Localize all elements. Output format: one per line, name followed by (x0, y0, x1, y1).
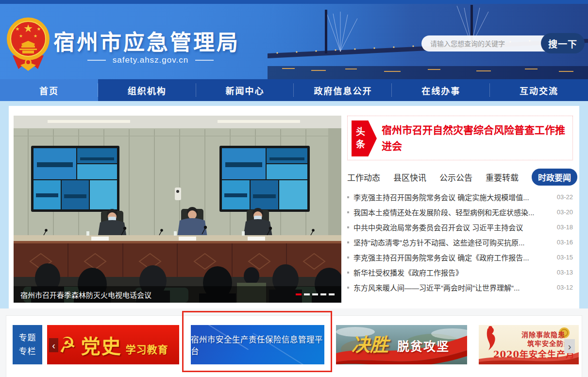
banner-insurance-platform[interactable]: 宿州市安全生产责任保险信息管理平台 (191, 325, 324, 364)
hammer-sickle-icon: ☭ (56, 331, 78, 358)
news-date: 03-18 (551, 223, 573, 231)
news-list-item[interactable]: 新华社受权播发《政府工作报告》 03-13 (347, 265, 573, 280)
tab-public-notice[interactable]: 公示公告 (439, 171, 472, 183)
banner-poverty-sub: 脱贫攻坚 (397, 337, 450, 354)
national-emblem-icon: ★ ★ ★ ★ ★ (6, 15, 50, 72)
carousel-photo-meeting (14, 116, 341, 303)
tab-current-politics-active[interactable]: 时政要闻 (532, 169, 577, 186)
headline-badge: 头条 (352, 120, 377, 156)
bullet-icon (347, 287, 349, 289)
top-strip (0, 0, 588, 4)
site-header: ★ ★ ★ ★ ★ 宿州市应急管理局 safety.ahsz.gov.cn 搜一… (0, 4, 588, 79)
news-title[interactable]: 李克强主持召开国务院常务会议 确定《政府工作报告... (353, 252, 551, 262)
nav-item-gov-info[interactable]: 政府信息公开 (294, 79, 392, 101)
banner-safety-line3: 2020年安全生产月 (493, 347, 575, 360)
news-date: 03-16 (551, 239, 573, 246)
carousel-dot[interactable] (304, 293, 310, 295)
search-input[interactable] (421, 35, 554, 51)
nav-item-interaction[interactable]: 互动交流 (490, 79, 588, 101)
banner-party-sub: 学习教育 (126, 342, 168, 356)
news-date: 03-13 (551, 269, 573, 276)
tab-county-news[interactable]: 县区快讯 (393, 171, 426, 183)
carousel-dot[interactable] (329, 293, 335, 295)
news-list-item[interactable]: 李克强主持召开国务院常务会议 确定实施大规模增值... 03-22 (347, 189, 573, 205)
banner-safety-line1: 消除事故隐患 (521, 329, 565, 339)
site-url: safety.ahsz.gov.cn (113, 55, 188, 65)
banner-party-history[interactable]: ☭ 党史 学习教育 (47, 325, 179, 364)
search-bar: 搜一下 (421, 33, 585, 53)
bottom-background: 专题 专栏 ‹ ☭ 党史 学习教育 宿州市安全生产责任保险信息管理平台 (0, 308, 588, 377)
carousel-caption[interactable]: 宿州市召开春季森林防灭火电视电话会议 (20, 290, 296, 300)
banner-poverty-alleviation[interactable]: 决胜 脱贫攻坚 (336, 325, 467, 364)
site-url-row: safety.ahsz.gov.cn (53, 55, 248, 65)
special-column-panel: 专题 专栏 ‹ ☭ 党史 学习教育 宿州市安全生产责任保险信息管理平台 (6, 315, 582, 377)
search-button[interactable]: 搜一下 (541, 33, 585, 53)
news-title[interactable]: 东方风来暖人间——习近平“两会时间”让世界理解“... (353, 282, 551, 292)
page: ★ ★ ★ ★ ★ 宿州市应急管理局 safety.ahsz.gov.cn 搜一… (0, 0, 588, 377)
news-carousel[interactable]: 宿州市召开春季森林防灭火电视电话会议 (14, 116, 341, 303)
banner-row: ☭ 党史 学习教育 宿州市安全生产责任保险信息管理平台 (47, 325, 579, 377)
main-panel: 宿州市召开春季森林防灭火电视电话会议 头条 宿州市召开自然 (9, 106, 579, 308)
carousel-dots (296, 293, 335, 295)
svg-text:★: ★ (16, 26, 20, 32)
next-arrow-icon[interactable]: › (564, 339, 575, 353)
tab-important-reposts[interactable]: 重要转载 (486, 171, 519, 183)
nav-item-organization[interactable]: 组织机构 (98, 79, 196, 101)
svg-text:★: ★ (37, 26, 41, 32)
svg-text:★: ★ (23, 22, 33, 34)
url-dash-left (87, 60, 106, 61)
bullet-icon (347, 196, 349, 198)
bullet-icon (347, 226, 349, 228)
bullet-icon (347, 257, 349, 258)
carousel-dot[interactable] (312, 293, 318, 295)
news-title[interactable]: 我国本土疫情还处在发展阶段、轻型病例和无症状感染... (353, 207, 551, 217)
video-wall-right (219, 146, 310, 212)
news-list-item[interactable]: 我国本土疫情还处在发展阶段、轻型病例和无症状感染... 03-20 (347, 205, 573, 220)
news-list-item[interactable]: 中共中央政治局常务委员会召开会议 习近平主持会议 03-18 (347, 220, 573, 235)
bullet-icon (347, 272, 349, 274)
news-tabs: 工作动态 县区快讯 公示公告 重要转载 时政要闻 (347, 169, 573, 185)
special-label-line1: 专题 (19, 331, 36, 344)
news-list-item[interactable]: 坚持“动态清零”总方针不动摇、这些途径可购买抗原... 03-16 (347, 235, 573, 250)
news-date: 03-15 (551, 254, 573, 261)
news-list-item[interactable]: 李克强主持召开国务院常务会议 确定《政府工作报告... 03-15 (347, 250, 573, 265)
site-title: 宿州市应急管理局 (53, 25, 240, 56)
nav-item-home[interactable]: 首页 (0, 79, 98, 101)
news-title[interactable]: 新华社受权播发《政府工作报告》 (353, 267, 551, 277)
news-list-item[interactable]: 东方风来暖人间——习近平“两会时间”让世界理解“... 03-12 (347, 280, 573, 295)
url-dash-right (195, 60, 214, 61)
bullet-icon (347, 211, 349, 213)
news-date: 03-22 (551, 193, 573, 201)
carousel-caption-bar: 宿州市召开春季森林防灭火电视电话会议 (14, 286, 341, 303)
news-title[interactable]: 坚持“动态清零”总方针不动摇、这些途径可购买抗原... (353, 237, 551, 247)
special-label-line2: 专栏 (19, 345, 36, 358)
prev-arrow-icon[interactable]: ‹ (49, 338, 58, 352)
video-wall-left (31, 146, 119, 212)
headline-title[interactable]: 宿州市召开自然灾害综合风险普查工作推进会 (382, 122, 566, 154)
banner-insurance-text: 宿州市安全生产责任保险信息管理平台 (191, 333, 324, 357)
carousel-dot[interactable] (320, 293, 326, 295)
headline-badge-label: 头条 (356, 126, 366, 151)
svg-text:★: ★ (34, 34, 37, 38)
headline-box: 头条 宿州市召开自然灾害综合风险普查工作推进会 (347, 116, 573, 160)
banner-poverty-main: 决胜 (352, 330, 388, 357)
nav-item-online-service[interactable]: 在线办事 (392, 79, 490, 101)
carousel-dot[interactable] (296, 293, 302, 295)
svg-text:★: ★ (19, 34, 23, 38)
news-title[interactable]: 中共中央政治局常务委员会召开会议 习近平主持会议 (353, 222, 551, 232)
news-date: 03-20 (551, 208, 573, 216)
tab-work-dynamics[interactable]: 工作动态 (347, 171, 380, 183)
banner-party-main: 党史 (81, 331, 122, 359)
main-nav: 首页 组织机构 新闻中心 政府信息公开 在线办事 互动交流 (0, 79, 588, 101)
news-list: 李克强主持召开国务院常务会议 确定实施大规模增值... 03-22 我国本土疫情… (347, 189, 573, 295)
mid-background: 宿州市召开春季森林防灭火电视电话会议 头条 宿州市召开自然 (0, 101, 588, 308)
news-date: 03-12 (551, 284, 573, 291)
special-column-label[interactable]: 专题 专栏 (13, 325, 42, 364)
news-title[interactable]: 李克强主持召开国务院常务会议 确定实施大规模增值... (353, 192, 551, 202)
nav-item-news-center[interactable]: 新闻中心 (196, 79, 294, 101)
bullet-icon (347, 241, 349, 243)
news-column: 头条 宿州市召开自然灾害综合风险普查工作推进会 工作动态 县区快讯 公示公告 重… (347, 116, 574, 303)
